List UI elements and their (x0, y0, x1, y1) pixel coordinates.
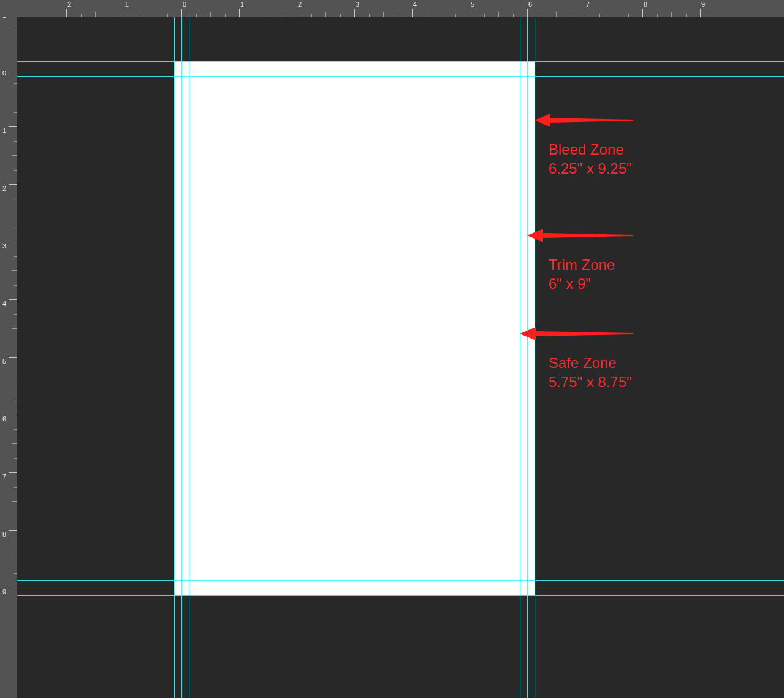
ruler-h-tick-minor (311, 14, 312, 17)
annotation-bleed-title: Bleed Zone (549, 140, 632, 159)
ruler-v-tick-minor (14, 573, 17, 574)
ruler-v-label: 9 (1, 588, 18, 596)
annotation-arrow-safe (517, 321, 655, 346)
ruler-h-tick-minor (498, 12, 499, 17)
ruler-h-label: 5 (471, 1, 474, 8)
ruler-v-tick-minor (14, 401, 17, 401)
ruler-v-tick-minor (12, 213, 17, 213)
ruler-h-tick-major (470, 9, 470, 17)
ruler-corner (0, 0, 17, 17)
ruler-v-tick-minor (14, 55, 17, 55)
ruler-h-tick-major (124, 9, 124, 17)
ruler-v-tick-minor (14, 112, 17, 113)
annotation-trim: Trim Zone 6" x 9" (549, 255, 615, 293)
ruler-v-tick-minor (14, 83, 17, 84)
ruler-v-tick-minor (14, 141, 17, 142)
ruler-h-tick-major (700, 9, 701, 17)
ruler-v-tick-minor (12, 386, 17, 386)
arrow-icon (527, 229, 633, 242)
ruler-h-label: 7 (586, 1, 590, 8)
ruler-h-tick-major (66, 9, 67, 17)
guide-safe-bottom[interactable] (17, 580, 784, 581)
ruler-v-label: 1 (1, 127, 18, 134)
ruler-v-label: 6 (1, 415, 18, 423)
ruler-h-tick-minor (628, 14, 629, 17)
guide-trim-bottom[interactable] (17, 588, 784, 588)
ruler-v-tick-minor (12, 559, 17, 559)
ruler-v-tick-minor (14, 487, 17, 488)
annotation-bleed: Bleed Zone 6.25" x 9.25" (549, 140, 632, 178)
ruler-h-tick-minor (81, 14, 82, 17)
ruler-h-label: 9 (701, 1, 705, 8)
ruler-h-tick-minor (427, 14, 427, 17)
ruler-h-tick-minor (556, 12, 557, 17)
ruler-h-label: 2 (298, 1, 302, 8)
ruler-v-label: 7 (1, 473, 18, 480)
ruler-v-tick-minor (14, 170, 17, 171)
ruler-v-tick-minor (12, 443, 17, 444)
annotation-safe: Safe Zone 5.75" x 8.75" (549, 353, 632, 391)
canvas-area[interactable]: Bleed Zone 6.25" x 9.25" Trim Zone 6" x … (17, 17, 784, 698)
ruler-v-tick-minor (12, 155, 17, 156)
ruler-h-tick-major (642, 9, 643, 17)
annotation-safe-size: 5.75" x 8.75" (549, 372, 632, 391)
guide-bleed-bottom[interactable] (17, 595, 784, 596)
ruler-v-tick-minor (14, 429, 17, 430)
ruler-h-tick-major (527, 9, 528, 17)
ruler-h-tick-major (297, 9, 297, 17)
ruler-v-tick-minor (12, 40, 17, 40)
annotation-safe-title: Safe Zone (549, 353, 632, 372)
annotation-bleed-size: 6.25" x 9.25" (549, 159, 632, 178)
ruler-h-label: 8 (644, 1, 647, 8)
ruler-h-tick-minor (599, 14, 600, 17)
ruler-h-label: 1 (125, 1, 129, 8)
ruler-h-label: 1 (240, 1, 244, 8)
ruler-h-tick-minor (153, 12, 153, 17)
ruler-v-tick-minor (14, 343, 17, 343)
arrow-icon (535, 113, 633, 127)
ruler-h-tick-major (354, 9, 355, 17)
guide-bleed-left[interactable] (174, 17, 175, 698)
ruler-h-tick-minor (283, 14, 283, 17)
ruler-v-tick-minor (14, 256, 17, 257)
ruler-h-tick-minor (542, 14, 542, 17)
ruler-h-tick-minor (657, 14, 658, 17)
ruler-h-label: 0 (183, 1, 186, 8)
ruler-h-tick-minor (325, 12, 326, 17)
ruler-h-tick-minor (513, 14, 514, 17)
ruler-v-tick-minor (12, 328, 17, 329)
ruler-h-tick-minor (110, 14, 110, 17)
guide-trim-left[interactable] (181, 17, 182, 698)
guide-trim-right[interactable] (527, 17, 528, 698)
annotation-arrow-bleed (531, 108, 655, 132)
annotation-trim-size: 6" x 9" (549, 274, 615, 293)
ruler-v-tick-minor (14, 199, 17, 199)
guide-trim-top[interactable] (17, 69, 784, 69)
guide-safe-right[interactable] (520, 17, 520, 698)
ruler-h-tick-major (181, 9, 182, 17)
ruler-h-tick-minor (369, 14, 370, 17)
ruler-h-tick-minor (614, 12, 614, 17)
ruler-v-label: 3 (1, 242, 18, 250)
ruler-h-tick-minor (225, 14, 226, 17)
guide-safe-left[interactable] (189, 17, 189, 698)
guide-bleed-top[interactable] (17, 61, 784, 62)
annotation-arrow-trim (524, 223, 655, 248)
ruler-v-tick-minor (12, 501, 17, 502)
ruler-v-label: 2 (1, 185, 18, 192)
annotation-trim-title: Trim Zone (549, 255, 615, 274)
ruler-vertical[interactable]: 10123456789 (0, 17, 17, 698)
ruler-v-label: 5 (1, 358, 18, 365)
ruler-h-tick-minor (571, 14, 571, 17)
page-bleed[interactable] (174, 61, 535, 595)
ruler-h-label: 6 (528, 1, 532, 8)
ruler-h-tick-major (412, 9, 413, 17)
ruler-v-tick-minor (14, 285, 17, 286)
ruler-v-tick-minor (12, 98, 17, 98)
guide-safe-top[interactable] (17, 76, 784, 77)
ruler-horizontal[interactable]: 210123456789 (17, 0, 784, 17)
ruler-v-tick-minor (14, 314, 17, 315)
ruler-v-tick-minor (12, 270, 17, 271)
ruler-v-tick-minor (14, 545, 17, 545)
ruler-v-label: 4 (1, 300, 18, 307)
